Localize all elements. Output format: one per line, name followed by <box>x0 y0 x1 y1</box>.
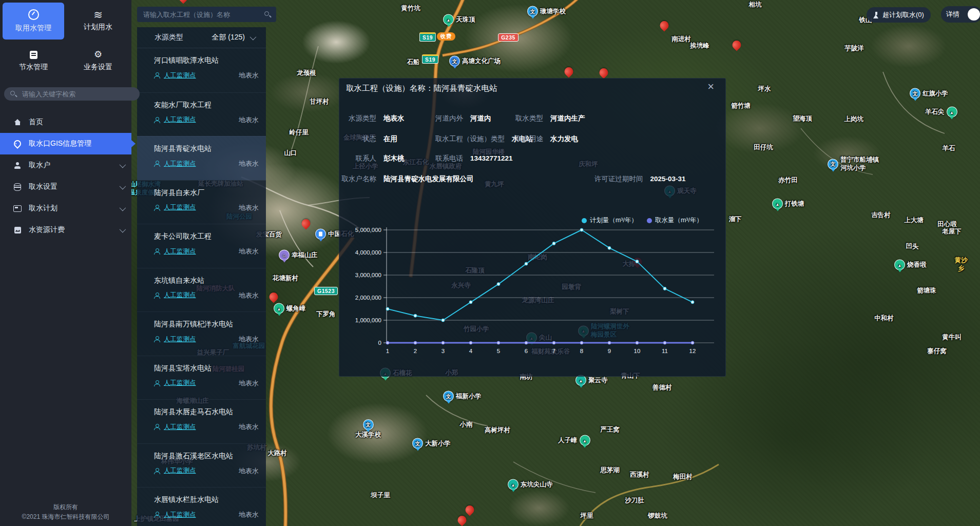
map-label-text: 高树坪村 <box>485 426 510 435</box>
station-subrow: 人工监测点地表水 <box>154 510 259 519</box>
sidebar-item-水资源计费[interactable]: 水资源计费 <box>0 219 131 241</box>
module-业务设置[interactable]: ⚙业务设置 <box>67 43 129 80</box>
field-value: 陆河县青碇水电发展有限公司 <box>383 175 474 183</box>
map-label-text: 山口 <box>284 149 297 158</box>
map-place-label: 黄沙乡 <box>952 257 971 272</box>
sidebar-item-取水口GIS信息管理[interactable]: 取水口GIS信息管理 <box>0 133 131 154</box>
map-poi[interactable]: 幸福山庄 <box>279 250 317 261</box>
sidebar-item-取水户[interactable]: 取水户 <box>0 154 131 176</box>
station-subrow: 人工监测点地表水 <box>154 203 259 212</box>
map-label-text: 西溪村 <box>630 471 649 479</box>
station-item[interactable]: 陆河县水唇走马石水电站人工监测点地表水 <box>137 399 266 443</box>
station-item[interactable]: 陆河县激石溪老区水电站人工监测点地表水 <box>137 443 266 488</box>
red-pin-marker[interactable] <box>464 503 476 516</box>
map-poi[interactable]: 大新小学 <box>412 438 451 449</box>
detail-toggle[interactable]: 详情 <box>941 6 980 23</box>
sidebar-item-label: 取水设置 <box>29 182 57 191</box>
map-poi[interactable]: 大溪学校 <box>355 419 381 439</box>
station-search[interactable] <box>137 7 276 22</box>
geopin-icon <box>12 139 23 149</box>
module-取用水管理[interactable]: 取用水管理 <box>3 3 64 40</box>
monitor-type: 人工监测点 <box>164 511 196 519</box>
map-poi[interactable]: 红旗小学 <box>910 88 948 99</box>
station-item[interactable]: 水唇镇水栏肚水电站人工监测点地表水 <box>137 487 266 526</box>
station-search-input[interactable] <box>142 10 260 19</box>
red-pin-marker[interactable] <box>658 19 670 31</box>
gear-icon: ⚙ <box>94 50 102 59</box>
station-item[interactable]: 友能水厂取水工程人工监测点地表水 <box>137 92 266 137</box>
gauge-icon <box>28 9 39 20</box>
red-pin-marker[interactable] <box>731 38 743 51</box>
water-source-type: 地表水 <box>239 159 259 168</box>
map-poi[interactable]: 人子嶂 <box>558 435 590 446</box>
map-label-text: 上岗坑 <box>844 115 863 124</box>
station-name: 陆河县自来水厂 <box>154 188 259 198</box>
map-label-text: 黄牛叫 <box>942 334 962 342</box>
map-poi[interactable]: 普宁市船埔镇 河坑小学 <box>828 156 879 172</box>
station-subrow: 人工监测点地表水 <box>154 379 259 388</box>
station-item[interactable]: 陆河县南万镇杞洋水电站人工监测点地表水 <box>137 311 266 356</box>
map-poi[interactable]: 高塘文化广场 <box>449 56 501 67</box>
map-poi[interactable]: 东坑尖山寺 <box>508 479 553 490</box>
red-pin-marker[interactable] <box>300 217 312 229</box>
toggle-knob[interactable] <box>968 8 980 21</box>
map-label-text: 相坑 <box>749 1 762 9</box>
monitor-type: 人工监测点 <box>164 423 196 432</box>
station-item[interactable]: 陆河县自来水厂人工监测点地表水 <box>137 180 266 224</box>
field-value: 河道内 <box>470 114 491 122</box>
red-pin-marker[interactable] <box>563 65 575 77</box>
legend-label: 取水量（m³/年） <box>655 216 703 225</box>
station-item[interactable]: 麦卡公司取水工程人工监测点地表水 <box>137 224 266 268</box>
map-poi[interactable]: 打铁塘 <box>772 199 804 209</box>
module-计划用水[interactable]: ≋计划用水 <box>67 3 129 40</box>
monitor-type: 人工监测点 <box>164 379 196 387</box>
nature-marker-icon <box>580 435 590 446</box>
map-place-label: 西溪村 <box>630 471 649 479</box>
legend-item[interactable]: 计划量（m³/年） <box>582 216 638 225</box>
station-item[interactable]: 东坑镇自来水站人工监测点地表水 <box>137 268 266 312</box>
map-poi[interactable]: 烧香塅 <box>894 260 927 270</box>
module-节水管理[interactable]: 节水管理 <box>3 43 64 80</box>
station-item[interactable]: 河口镇唱歌潭水电站人工监测点地表水 <box>137 48 266 92</box>
copyright-line1: 版权所有 <box>0 502 131 512</box>
map-place-label: 黄竹坑 <box>401 5 420 13</box>
school-marker-icon <box>363 419 374 430</box>
map-place-label: 赤竹田 <box>778 177 798 185</box>
sidebar-item-首页[interactable]: 首页 <box>0 111 131 133</box>
person-icon <box>154 161 160 167</box>
map-poi[interactable]: 福新小学 <box>443 391 482 402</box>
red-pin-marker[interactable] <box>598 66 610 79</box>
map-poi[interactable]: 天珠顶 <box>443 14 475 25</box>
station-subrow: 人工监测点地表水 <box>154 422 259 432</box>
map-label-text: 寨仔窝 <box>927 347 947 356</box>
school-marker-icon <box>443 391 454 402</box>
water-source-type: 地表水 <box>239 291 259 300</box>
sidebar-item-取水计划[interactable]: 取水计划 <box>0 198 131 219</box>
legend-item[interactable]: 取水量（m³/年） <box>647 216 703 225</box>
map-poi[interactable]: 璈塘学校 <box>527 6 566 17</box>
close-icon[interactable]: × <box>704 80 717 94</box>
field-value: 彭木桃 <box>383 154 405 162</box>
source-type-filter[interactable]: 水源类型 全部 (125) <box>137 27 266 48</box>
map-poi[interactable]: 羊石尖 <box>925 107 957 118</box>
map-place-label: 溜下 <box>729 216 742 224</box>
map-label-text: 黄竹坑 <box>401 5 420 13</box>
nature-marker-icon <box>274 303 284 314</box>
red-pin-marker[interactable] <box>456 514 468 526</box>
station-name: 陆河县激石溪老区水电站 <box>154 452 259 461</box>
station-name: 陆河县宝塔水电站 <box>154 364 259 373</box>
station-detail-modal: 取水工程（设施）名称：陆河县青碇水电站 × 水源类型地表水河道内外河道内取水类型… <box>339 78 726 377</box>
station-item[interactable]: 陆河县宝塔水电站人工监测点地表水 <box>137 356 266 400</box>
map-poi[interactable]: 螺角嶂 <box>274 303 306 314</box>
overplan-intake-button[interactable]: 超计划取水(0) <box>867 7 931 23</box>
sidebar-search[interactable] <box>4 87 140 101</box>
sidebar-item-取水设置[interactable]: 取水设置 <box>0 176 131 198</box>
station-name: 陆河县水唇走马石水电站 <box>154 407 259 417</box>
station-item[interactable]: 陆河县青碇水电站人工监测点地表水 <box>137 136 266 180</box>
monitor-type: 人工监测点 <box>164 203 196 212</box>
person-icon <box>154 512 160 518</box>
sidebar: 取用水管理≋计划用水节水管理⚙业务设置 首页取水口GIS信息管理取水户取水设置取… <box>0 0 131 526</box>
map-label-text: 下罗角 <box>316 310 336 319</box>
map-place-label: 龙颈根 <box>297 69 316 77</box>
sidebar-search-input[interactable] <box>21 90 133 99</box>
